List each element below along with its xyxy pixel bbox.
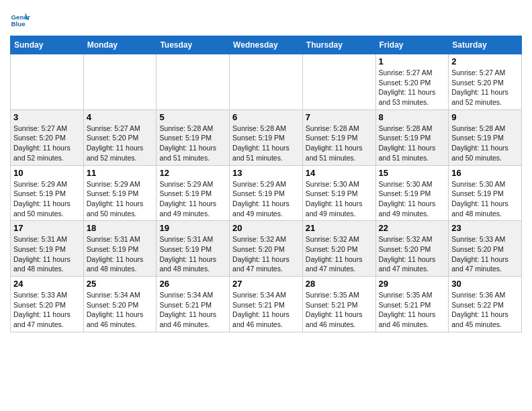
day-info: Sunrise: 5:31 AM Sunset: 5:19 PM Dayligh… — [159, 234, 226, 274]
calendar-header-row: SundayMondayTuesdayWednesdayThursdayFrid… — [11, 36, 522, 54]
calendar-cell — [302, 54, 375, 110]
calendar-cell: 10Sunrise: 5:29 AM Sunset: 5:19 PM Dayli… — [11, 165, 84, 221]
day-number: 2 — [451, 56, 519, 66]
calendar-cell: 1Sunrise: 5:27 AM Sunset: 5:20 PM Daylig… — [375, 54, 449, 110]
day-info: Sunrise: 5:27 AM Sunset: 5:20 PM Dayligh… — [13, 124, 81, 163]
col-header-monday: Monday — [83, 36, 157, 54]
day-info: Sunrise: 5:28 AM Sunset: 5:19 PM Dayligh… — [159, 124, 226, 163]
day-number: 23 — [451, 223, 519, 233]
day-info: Sunrise: 5:28 AM Sunset: 5:19 PM Dayligh… — [232, 124, 300, 163]
calendar-cell: 14Sunrise: 5:30 AM Sunset: 5:19 PM Dayli… — [302, 165, 375, 221]
day-number: 28 — [306, 279, 373, 289]
calendar-cell: 8Sunrise: 5:28 AM Sunset: 5:19 PM Daylig… — [375, 109, 449, 165]
day-info: Sunrise: 5:36 AM Sunset: 5:22 PM Dayligh… — [451, 290, 519, 330]
day-info: Sunrise: 5:30 AM Sunset: 5:19 PM Dayligh… — [379, 179, 446, 219]
calendar-cell: 12Sunrise: 5:29 AM Sunset: 5:19 PM Dayli… — [157, 165, 230, 221]
calendar-cell: 28Sunrise: 5:35 AM Sunset: 5:21 PM Dayli… — [302, 277, 375, 332]
day-number: 11 — [87, 168, 154, 178]
day-info: Sunrise: 5:32 AM Sunset: 5:20 PM Dayligh… — [232, 234, 300, 274]
day-info: Sunrise: 5:31 AM Sunset: 5:19 PM Dayligh… — [87, 234, 154, 274]
day-number: 16 — [451, 168, 519, 178]
day-info: Sunrise: 5:28 AM Sunset: 5:19 PM Dayligh… — [306, 124, 373, 163]
day-info: Sunrise: 5:34 AM Sunset: 5:21 PM Dayligh… — [232, 290, 300, 330]
calendar-cell: 4Sunrise: 5:27 AM Sunset: 5:20 PM Daylig… — [83, 109, 157, 165]
calendar-cell — [230, 54, 303, 110]
calendar-cell: 7Sunrise: 5:28 AM Sunset: 5:19 PM Daylig… — [302, 109, 375, 165]
day-info: Sunrise: 5:35 AM Sunset: 5:21 PM Dayligh… — [306, 290, 373, 330]
day-number: 7 — [306, 112, 373, 122]
logo-icon: General Blue — [10, 10, 30, 30]
day-number: 10 — [13, 168, 81, 178]
day-info: Sunrise: 5:27 AM Sunset: 5:20 PM Dayligh… — [87, 124, 154, 163]
calendar-cell: 5Sunrise: 5:28 AM Sunset: 5:19 PM Daylig… — [157, 109, 230, 165]
day-number: 24 — [13, 279, 81, 289]
day-number: 20 — [232, 223, 300, 233]
calendar-cell: 3Sunrise: 5:27 AM Sunset: 5:20 PM Daylig… — [11, 109, 84, 165]
day-info: Sunrise: 5:29 AM Sunset: 5:19 PM Dayligh… — [159, 179, 226, 219]
day-number: 29 — [379, 279, 446, 289]
day-info: Sunrise: 5:29 AM Sunset: 5:19 PM Dayligh… — [232, 179, 300, 219]
day-info: Sunrise: 5:29 AM Sunset: 5:19 PM Dayligh… — [13, 179, 81, 219]
day-number: 15 — [379, 168, 446, 178]
day-number: 26 — [159, 279, 226, 289]
day-number: 3 — [13, 112, 81, 122]
calendar-week-row: 10Sunrise: 5:29 AM Sunset: 5:19 PM Dayli… — [11, 165, 522, 221]
calendar-cell: 25Sunrise: 5:34 AM Sunset: 5:20 PM Dayli… — [83, 277, 157, 332]
calendar-cell: 26Sunrise: 5:34 AM Sunset: 5:21 PM Dayli… — [157, 277, 230, 332]
calendar-cell: 27Sunrise: 5:34 AM Sunset: 5:21 PM Dayli… — [230, 277, 303, 332]
col-header-wednesday: Wednesday — [230, 36, 303, 54]
calendar-cell: 24Sunrise: 5:33 AM Sunset: 5:20 PM Dayli… — [11, 277, 84, 332]
day-number: 18 — [87, 223, 154, 233]
calendar-cell: 30Sunrise: 5:36 AM Sunset: 5:22 PM Dayli… — [449, 277, 522, 332]
calendar-cell: 21Sunrise: 5:32 AM Sunset: 5:20 PM Dayli… — [302, 221, 375, 277]
day-info: Sunrise: 5:32 AM Sunset: 5:20 PM Dayligh… — [306, 234, 373, 274]
day-number: 19 — [159, 223, 226, 233]
calendar-cell: 6Sunrise: 5:28 AM Sunset: 5:19 PM Daylig… — [230, 109, 303, 165]
day-info: Sunrise: 5:33 AM Sunset: 5:20 PM Dayligh… — [13, 290, 81, 330]
calendar-cell: 29Sunrise: 5:35 AM Sunset: 5:21 PM Dayli… — [375, 277, 449, 332]
calendar-cell: 16Sunrise: 5:30 AM Sunset: 5:19 PM Dayli… — [449, 165, 522, 221]
day-number: 12 — [159, 168, 226, 178]
day-info: Sunrise: 5:35 AM Sunset: 5:21 PM Dayligh… — [379, 290, 446, 330]
calendar-cell: 9Sunrise: 5:28 AM Sunset: 5:19 PM Daylig… — [449, 109, 522, 165]
day-number: 8 — [379, 112, 446, 122]
calendar-cell: 22Sunrise: 5:32 AM Sunset: 5:20 PM Dayli… — [375, 221, 449, 277]
day-number: 14 — [306, 168, 373, 178]
day-info: Sunrise: 5:34 AM Sunset: 5:21 PM Dayligh… — [159, 290, 226, 330]
day-number: 22 — [379, 223, 446, 233]
calendar-cell — [157, 54, 230, 110]
calendar-cell: 2Sunrise: 5:27 AM Sunset: 5:20 PM Daylig… — [449, 54, 522, 110]
day-info: Sunrise: 5:30 AM Sunset: 5:19 PM Dayligh… — [451, 179, 519, 219]
logo: General Blue — [10, 10, 30, 30]
day-info: Sunrise: 5:27 AM Sunset: 5:20 PM Dayligh… — [379, 68, 446, 107]
page-header: General Blue — [10, 10, 522, 30]
day-number: 25 — [87, 279, 154, 289]
day-info: Sunrise: 5:28 AM Sunset: 5:19 PM Dayligh… — [379, 124, 446, 163]
day-info: Sunrise: 5:33 AM Sunset: 5:20 PM Dayligh… — [451, 234, 519, 274]
day-info: Sunrise: 5:27 AM Sunset: 5:20 PM Dayligh… — [451, 68, 519, 107]
day-info: Sunrise: 5:30 AM Sunset: 5:19 PM Dayligh… — [306, 179, 373, 219]
day-info: Sunrise: 5:29 AM Sunset: 5:19 PM Dayligh… — [87, 179, 154, 219]
calendar-cell — [11, 54, 84, 110]
calendar-cell: 18Sunrise: 5:31 AM Sunset: 5:19 PM Dayli… — [83, 221, 157, 277]
col-header-thursday: Thursday — [302, 36, 375, 54]
calendar-cell — [83, 54, 157, 110]
day-info: Sunrise: 5:34 AM Sunset: 5:20 PM Dayligh… — [87, 290, 154, 330]
day-number: 5 — [159, 112, 226, 122]
day-number: 17 — [13, 223, 81, 233]
svg-text:Blue: Blue — [11, 20, 26, 28]
calendar-cell: 20Sunrise: 5:32 AM Sunset: 5:20 PM Dayli… — [230, 221, 303, 277]
calendar-cell: 15Sunrise: 5:30 AM Sunset: 5:19 PM Dayli… — [375, 165, 449, 221]
day-info: Sunrise: 5:32 AM Sunset: 5:20 PM Dayligh… — [379, 234, 446, 274]
day-number: 27 — [232, 279, 300, 289]
day-number: 9 — [451, 112, 519, 122]
day-number: 6 — [232, 112, 300, 122]
calendar-week-row: 24Sunrise: 5:33 AM Sunset: 5:20 PM Dayli… — [11, 277, 522, 332]
day-number: 21 — [306, 223, 373, 233]
calendar-week-row: 1Sunrise: 5:27 AM Sunset: 5:20 PM Daylig… — [11, 54, 522, 110]
day-info: Sunrise: 5:28 AM Sunset: 5:19 PM Dayligh… — [451, 124, 519, 163]
calendar-cell: 19Sunrise: 5:31 AM Sunset: 5:19 PM Dayli… — [157, 221, 230, 277]
col-header-tuesday: Tuesday — [157, 36, 230, 54]
calendar-week-row: 17Sunrise: 5:31 AM Sunset: 5:19 PM Dayli… — [11, 221, 522, 277]
col-header-saturday: Saturday — [449, 36, 522, 54]
